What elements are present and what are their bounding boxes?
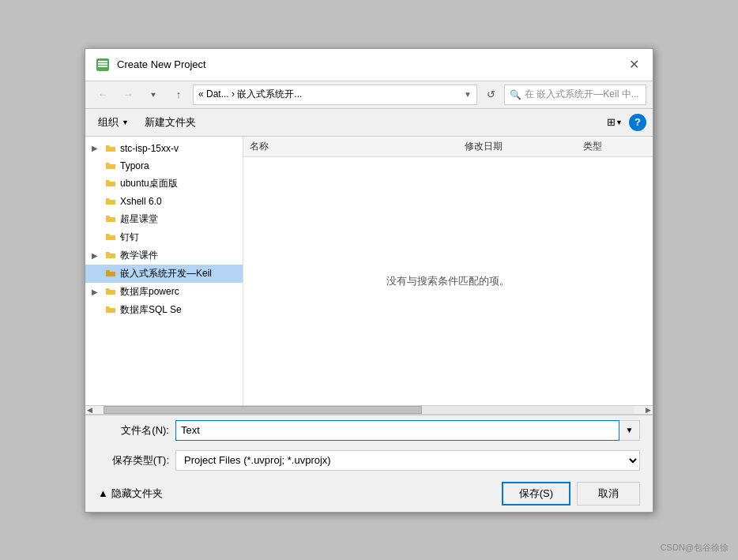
horizontal-scrollbar[interactable]: ◀ ▶ [85,405,653,415]
hide-folder-label: 隐藏文件夹 [111,487,163,501]
cancel-button[interactable]: 取消 [577,482,640,506]
filetype-row: 保存类型(T): Project Files (*.uvproj; *.uvpr… [85,445,653,475]
tree-item-keil[interactable]: 嵌入式系统开发—Keil [85,265,243,283]
tree-item-dingding[interactable]: 钉钉 [85,228,243,246]
up-button[interactable]: ↑ [168,85,190,104]
save-button[interactable]: 保存(S) [502,482,570,506]
folder-icon [104,160,117,172]
expand-icon: ▶ [88,285,101,298]
tree-item-label: 钉钉 [120,231,139,244]
organize-label: 组织 [98,115,119,130]
tree-item-label: Typora [120,160,149,171]
tree-item-label: ubuntu桌面版 [120,177,178,190]
expand-spacer [88,303,101,316]
empty-message: 没有与搜索条件匹配的项。 [243,157,653,405]
footer-bar: ▲ 隐藏文件夹 保存(S) 取消 [85,475,653,512]
expand-icon: ▶ [88,142,101,155]
main-content: ▶ stc-isp-15xx-v Typora [85,137,653,405]
filename-label: 文件名(N): [98,423,169,438]
search-icon: 🔍 [510,89,521,100]
hide-folder-toggle[interactable]: ▲ 隐藏文件夹 [98,487,163,501]
folder-icon [104,231,117,243]
expand-spacer [88,231,101,243]
hide-folder-chevron-icon: ▲ [98,487,108,499]
back-button[interactable]: ← [92,85,114,104]
new-folder-label: 新建文件夹 [145,115,196,130]
expand-icon: ▶ [88,249,101,261]
tree-item-chaoxing[interactable]: 超星课堂 [85,210,243,228]
forward-button[interactable]: → [117,85,139,104]
filename-input[interactable] [175,420,619,441]
tree-item-label: 超星课堂 [120,212,158,226]
nav-toolbar: ← → ▼ ↑ « Dat... › 嵌入式系统开... ▼ ↺ 🔍 在 嵌入式… [85,81,653,109]
folder-icon [104,249,117,261]
expand-spacer [88,212,101,225]
address-text: « Dat... › 嵌入式系统开... [198,88,461,101]
close-button[interactable]: ✕ [624,55,643,74]
create-project-dialog: Create New Project ✕ ← → ▼ ↑ « Dat... › … [85,48,653,513]
tree-item-label: 教学课件 [120,249,158,262]
folder-icon [104,142,117,155]
organize-chevron-icon: ▼ [122,118,129,126]
title-bar: Create New Project ✕ [85,49,653,81]
tree-item-typora[interactable]: Typora [85,157,243,175]
dialog-title: Create New Project [117,58,206,70]
folder-icon [104,303,117,316]
folder-icon [104,177,117,190]
tree-item-database-sql[interactable]: 数据库SQL Se [85,301,243,319]
tree-item-label: Xshell 6.0 [120,196,162,207]
folder-icon [104,195,117,208]
tree-item-xshell[interactable]: Xshell 6.0 [85,193,243,210]
filename-input-group: ▼ [175,420,640,441]
svg-rect-3 [98,61,107,62]
filename-row: 文件名(N): ▼ [85,415,653,445]
tree-item-label: 数据库powerc [120,285,179,299]
action-bar-left: 组织 ▼ 新建文件夹 [92,112,202,133]
view-button[interactable]: ⊞ ▼ [604,112,626,133]
scroll-right-btn[interactable]: ▶ [646,406,651,414]
scroll-thumb[interactable] [104,406,422,414]
address-bar: « Dat... › 嵌入式系统开... ▼ [193,85,477,105]
view-chevron-icon: ▼ [616,118,623,126]
column-header: 名称 修改日期 类型 [243,137,653,157]
action-bar-right: ⊞ ▼ ? [604,112,646,133]
col-type-header: 类型 [583,140,646,153]
view-icon: ⊞ [607,116,616,128]
expand-spacer [88,267,101,280]
tree-item-ubuntu[interactable]: ubuntu桌面版 [85,175,243,193]
refresh-button[interactable]: ↺ [480,85,501,104]
tree-item-stc[interactable]: ▶ stc-isp-15xx-v [85,140,243,157]
search-bar: 🔍 在 嵌入式系统开—Keil 中... [504,85,646,105]
tree-item-database-power[interactable]: ▶ 数据库powerc [85,283,243,301]
svg-rect-2 [98,66,107,67]
filetype-label: 保存类型(T): [98,453,169,468]
filetype-select[interactable]: Project Files (*.uvproj; *.uvprojx) [175,450,640,471]
organize-button[interactable]: 组织 ▼ [92,112,135,133]
footer-buttons: 保存(S) 取消 [502,482,640,506]
col-date-header: 修改日期 [465,140,583,153]
dropdown-button[interactable]: ▼ [142,85,164,104]
tree-item-jxkj[interactable]: ▶ 教学课件 [85,246,243,265]
filetype-input-group: Project Files (*.uvproj; *.uvprojx) [175,450,640,471]
folder-icon [104,285,117,298]
folder-icon [104,267,117,280]
scroll-left-btn[interactable]: ◀ [87,406,92,414]
tree-item-label: stc-isp-15xx-v [120,143,179,154]
action-bar: 组织 ▼ 新建文件夹 ⊞ ▼ ? [85,109,653,137]
col-name-header: 名称 [250,140,465,153]
folder-icon [104,212,117,225]
file-tree-panel: ▶ stc-isp-15xx-v Typora [85,137,243,405]
tree-item-label: 嵌入式系统开发—Keil [120,267,212,280]
expand-spacer [88,160,101,172]
expand-spacer [88,177,101,190]
filename-dropdown-button[interactable]: ▼ [619,420,640,441]
title-bar-left: Create New Project [95,57,206,73]
search-placeholder: 在 嵌入式系统开—Keil 中... [525,88,639,101]
help-button[interactable]: ? [629,114,646,131]
svg-rect-1 [98,63,107,65]
app-icon [95,57,111,73]
tree-item-label: 数据库SQL Se [120,303,182,317]
watermark: CSDN@包谷徐徐 [661,542,729,554]
file-list-panel: 名称 修改日期 类型 没有与搜索条件匹配的项。 [243,137,653,405]
new-folder-button[interactable]: 新建文件夹 [138,112,202,133]
